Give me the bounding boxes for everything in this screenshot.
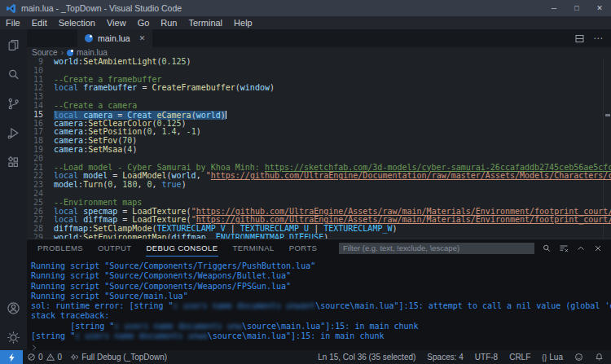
text-cursor [226, 111, 226, 119]
run-debug-button[interactable] [6, 125, 22, 141]
close-panel-icon[interactable] [593, 243, 603, 253]
feedback-status[interactable] [569, 353, 589, 362]
menu-item-terminal[interactable]: Terminal [183, 16, 229, 29]
menu-item-edit[interactable]: Edit [26, 16, 53, 29]
error-count: 0 [38, 353, 43, 362]
workbench-body: main.lua ✕ ⋯ Source › main.lua 9w [0, 29, 611, 350]
console-lines: Running script "Source/Components/Trigge… [27, 261, 611, 341]
console-line: [string "c users name documents unwa\sou… [27, 331, 611, 341]
account-button[interactable] [6, 300, 22, 316]
maximize-button[interactable]: □ [565, 0, 588, 16]
explorer-button[interactable] [6, 37, 22, 53]
chevron-right-icon: › [61, 48, 64, 57]
debug-console-output[interactable]: Running script "Source/Components/Trigge… [27, 257, 611, 350]
window-title: main.lua - _TopDown - Visual Studio Code [21, 3, 182, 13]
remote-indicator[interactable] [0, 350, 23, 364]
gear-icon [7, 331, 20, 344]
close-window-button[interactable]: ✕ [588, 0, 611, 16]
menu-bar: FileEditSelectionViewGoRunTerminalHelp [0, 16, 611, 29]
menu-item-file[interactable]: File [0, 16, 26, 29]
menu-item-selection[interactable]: Selection [53, 16, 101, 29]
console-filter-input[interactable] [339, 243, 534, 254]
line-number: 29 [27, 234, 43, 239]
window-controls: ─ □ ✕ [543, 0, 611, 16]
minimize-button[interactable]: ─ [543, 0, 565, 16]
clear-console-icon[interactable] [559, 243, 569, 253]
notifications-status[interactable] [589, 353, 611, 362]
line-number: 20 [27, 155, 43, 164]
tab-label: main.lua [98, 33, 130, 43]
panel-tab-problems[interactable]: PROBLEMS [37, 239, 83, 257]
status-item-crlf[interactable]: CRLF [503, 353, 536, 362]
lua-file-icon [85, 34, 93, 42]
panel-tab-output[interactable]: OUTPUT [98, 239, 131, 257]
panel-tabs: PROBLEMSOUTPUTDEBUG CONSOLETERMINALPORTS [30, 239, 324, 257]
code-line: 19camera:SetMsaa(4) [27, 146, 611, 155]
code-line: 14--Create a camera [27, 102, 611, 111]
split-editor-icon[interactable] [574, 33, 585, 44]
extensions-icon [7, 156, 20, 169]
source-control-icon [7, 97, 20, 111]
status-item-lua[interactable]: {}Lua [536, 353, 569, 362]
debug-config-label: Full Debug (_TopDown) [81, 353, 167, 362]
overview-ruler-scrollbar[interactable] [603, 58, 611, 239]
status-item-ln-15-col-36-35-selected-[interactable]: Ln 15, Col 36 (35 selected) [312, 353, 421, 362]
maximize-panel-chevron-icon[interactable] [576, 243, 586, 253]
menu-item-run[interactable]: Run [155, 16, 182, 29]
panel-tab-ports[interactable]: PORTS [289, 239, 318, 257]
warning-count: 0 [58, 353, 63, 362]
code-line: 23model:Turn(0, 180, 0, true) [27, 181, 611, 190]
panel-tab-debug-console[interactable]: DEBUG CONSOLE [146, 239, 218, 257]
line-number: 15 [27, 111, 43, 120]
vscode-window: main.lua - _TopDown - Visual Studio Code… [0, 0, 611, 364]
settings-button[interactable] [6, 329, 22, 345]
redacted-path: c users name documents unwant [174, 301, 316, 310]
status-item-spaces-4[interactable]: Spaces: 4 [421, 353, 468, 362]
tab-main-lua[interactable]: main.lua ✕ [77, 29, 152, 47]
problems-status[interactable]: 0 0 [23, 350, 66, 364]
code-editor[interactable]: 9world:SetAmbientLight(0.125)1011--Creat… [27, 58, 611, 239]
status-item-label: Ln 15, Col 36 (35 selected) [318, 353, 415, 362]
menu-item-view[interactable]: View [101, 16, 132, 29]
editor-actions: ⋯ [574, 33, 611, 44]
menu-item-help[interactable]: Help [228, 16, 258, 29]
code-line: 12local framebuffer = CreateFramebuffer(… [27, 84, 611, 93]
console-line: [string "c users name documents unw\sour… [27, 322, 611, 331]
breadcrumb-folder[interactable]: Source [32, 48, 58, 57]
code-line: 9world:SetAmbientLight(0.125) [27, 58, 611, 67]
feedback-smiley-icon [574, 353, 583, 362]
console-line: Running script "Source/Components/Weapon… [27, 271, 611, 281]
tab-bar: main.lua ✕ ⋯ [27, 29, 611, 47]
braces-icon: {} [542, 353, 547, 362]
menu-item-go[interactable]: Go [132, 16, 156, 29]
line-number: 10 [27, 67, 43, 76]
panel-tab-terminal[interactable]: TERMINAL [233, 239, 275, 257]
extensions-button[interactable] [6, 154, 22, 170]
console-line: Running script "Source/Components/Trigge… [27, 261, 611, 271]
title-bar: main.lua - _TopDown - Visual Studio Code… [0, 0, 611, 16]
redacted-path: c users name documents unw [114, 322, 242, 331]
panel-actions [534, 243, 611, 253]
debug-console-repl-input[interactable] [27, 343, 611, 350]
code-text: camera:SetMsaa(4) [54, 146, 137, 155]
search-button[interactable] [6, 66, 22, 82]
bottom-panel: PROBLEMSOUTPUTDEBUG CONSOLETERMINALPORTS [27, 239, 611, 350]
search-icon [7, 68, 20, 81]
debug-config-status[interactable]: Full Debug (_TopDown) [66, 350, 171, 364]
console-line: stack traceback: [27, 311, 611, 321]
filter-search-icon[interactable] [542, 243, 552, 253]
account-icon [7, 301, 20, 315]
redacted-path: c users name documents unwa [75, 331, 208, 340]
more-actions-icon[interactable]: ⋯ [593, 34, 603, 42]
activity-bar [0, 29, 27, 350]
editor-group: main.lua ✕ ⋯ Source › main.lua 9w [27, 29, 611, 350]
code-text: model:Turn(0, 180, 0, true) [54, 181, 187, 190]
code-line: 29world:SetEnvironmentMap(diffmap, ENVIR… [27, 234, 611, 239]
breadcrumb-file[interactable]: main.lua [77, 48, 108, 57]
status-item-utf-8[interactable]: UTF-8 [469, 353, 503, 362]
debug-config-icon [70, 353, 79, 362]
status-right: Ln 15, Col 36 (35 selected)Spaces: 4UTF-… [312, 353, 611, 362]
breadcrumb: Source › main.lua [27, 47, 611, 58]
tab-close-icon[interactable]: ✕ [139, 34, 146, 42]
source-control-button[interactable] [6, 95, 22, 112]
